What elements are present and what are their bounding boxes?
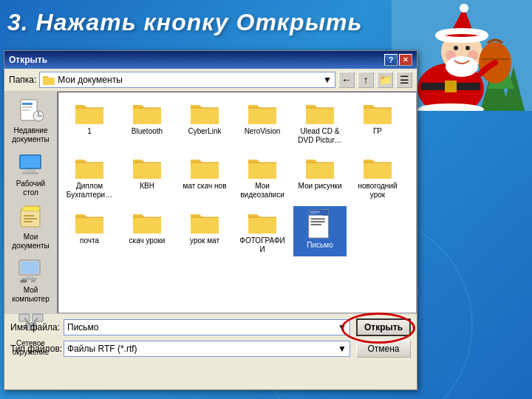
- folder-icon: [362, 99, 393, 126]
- svg-rect-50: [310, 211, 320, 213]
- folder-icon: [362, 154, 393, 180]
- svg-rect-16: [445, 81, 457, 92]
- file-label: NeroVision: [245, 127, 281, 136]
- sidebar-item-desktop[interactable]: Рабочий стол: [7, 149, 55, 200]
- new-folder-button[interactable]: 📁: [377, 72, 393, 88]
- file-label: урок мат: [190, 236, 219, 245]
- folder-label: Папка:: [9, 75, 36, 85]
- folder-icon: [189, 99, 220, 126]
- svg-rect-31: [24, 218, 37, 219]
- desktop-icon: [18, 151, 44, 178]
- file-item[interactable]: урок мат: [178, 206, 231, 256]
- dialog-titlebar: Открыть ? ✕: [4, 51, 417, 69]
- page-title: 3. Нажать кнопку Открыть: [7, 9, 362, 36]
- file-item[interactable]: почта: [63, 206, 116, 256]
- back-button[interactable]: ←: [338, 72, 355, 88]
- titlebar-controls: ? ✕: [384, 54, 412, 66]
- svg-rect-47: [311, 221, 325, 222]
- filename-row: Имя файла: Письмо ▼ Открыть: [10, 318, 411, 336]
- folder-icon: [304, 154, 335, 180]
- svg-rect-34: [21, 262, 38, 273]
- file-item[interactable]: Диплом Бухгалтери…: [63, 151, 116, 202]
- folder-small-icon: [43, 75, 55, 85]
- file-item[interactable]: 1: [63, 97, 116, 147]
- file-label: Мои рисунки: [299, 182, 342, 191]
- sidebar-item-recent[interactable]: Недавние документы: [7, 96, 55, 146]
- svg-rect-27: [25, 169, 35, 172]
- folder-icon: [247, 208, 278, 235]
- file-label: ФОТОГРАФИИ: [238, 236, 287, 254]
- file-label: Мои видеозаписи: [238, 182, 287, 200]
- mycomputer-icon: [18, 258, 44, 284]
- filetype-label: Тип файлов:: [10, 344, 64, 354]
- svg-rect-46: [311, 218, 325, 219]
- svg-rect-30: [24, 215, 34, 216]
- file-item[interactable]: мат скач нов: [178, 151, 231, 202]
- open-dialog: Открыть ? ✕ Папка: Мои документы ▼ ← ↑ 📁…: [4, 50, 417, 390]
- sidebar-item-mydocs-label: Мои документы: [10, 233, 52, 250]
- folder-icon: [189, 208, 220, 235]
- filetype-value: Файлы RTF (*.rtf): [67, 344, 137, 354]
- folder-icon: [74, 99, 105, 126]
- file-item[interactable]: NeroVision: [236, 97, 289, 147]
- sidebar-item-mydocs[interactable]: Мои документы: [7, 202, 55, 253]
- folder-icon: [132, 99, 163, 126]
- close-button[interactable]: ✕: [399, 54, 412, 66]
- file-label: почта: [80, 236, 99, 245]
- svg-rect-35: [25, 275, 34, 278]
- doc-icon: [307, 208, 333, 239]
- dialog-title: Открыть: [9, 55, 47, 65]
- filetype-row: Тип файлов: Файлы RTF (*.rtf) ▼ Отмена: [10, 340, 411, 358]
- file-item[interactable]: скач уроки: [120, 206, 174, 256]
- filetype-input[interactable]: Файлы RTF (*.rtf) ▼: [64, 341, 350, 357]
- file-item[interactable]: новогодний урок: [351, 151, 404, 202]
- file-item[interactable]: Мои рисунки: [293, 151, 347, 202]
- svg-rect-21: [22, 103, 33, 105]
- file-item[interactable]: ФОТОГРАФИИ: [236, 206, 289, 256]
- folder-icon: [247, 154, 278, 180]
- folder-icon: [189, 154, 220, 180]
- file-item[interactable]: CyberLink: [178, 97, 231, 147]
- file-item[interactable]: Мои видеозаписи: [236, 151, 289, 202]
- open-button[interactable]: Открыть: [356, 318, 411, 336]
- file-label: ГР: [373, 127, 382, 136]
- view-button[interactable]: ☰: [396, 72, 412, 88]
- file-item[interactable]: Ulead CD & DVD Pictur…: [293, 97, 347, 147]
- folder-icon: [132, 154, 163, 180]
- mydocs-icon: [18, 205, 44, 231]
- folder-icon: [247, 99, 278, 126]
- file-label: мат скач нов: [183, 182, 227, 191]
- filetype-dropdown-arrow: ▼: [338, 344, 347, 354]
- svg-rect-26: [21, 156, 40, 168]
- help-button[interactable]: ?: [384, 54, 398, 66]
- filename-input[interactable]: Письмо ▼: [64, 319, 350, 335]
- sidebar-item-mycomputer[interactable]: Мой компьютер: [7, 256, 55, 306]
- file-item[interactable]: ГР: [351, 97, 404, 147]
- filename-value: Письмо: [67, 322, 99, 332]
- bottom-bar: Имя файла: Письмо ▼ Открыть Тип файлов: …: [4, 313, 417, 366]
- sidebar-item-recent-label: Недавние документы: [10, 126, 52, 144]
- folder-icon: [304, 99, 335, 126]
- file-label: Письмо: [307, 241, 332, 250]
- svg-rect-51: [310, 214, 318, 214]
- folder-name: Мои документы: [58, 75, 122, 85]
- svg-rect-37: [31, 280, 35, 282]
- file-grid: 1 Bluetooth CyberLink NeroVision Ulead C…: [58, 92, 417, 313]
- file-item[interactable]: КВН: [120, 151, 174, 202]
- folder-icon: [74, 154, 105, 180]
- file-label: Диплом Бухгалтери…: [65, 182, 114, 200]
- filename-label: Имя файла:: [10, 322, 64, 332]
- file-item[interactable]: Bluetooth: [120, 97, 174, 147]
- folder-dropdown[interactable]: Мои документы ▼: [39, 72, 335, 88]
- cancel-button[interactable]: Отмена: [356, 340, 411, 358]
- dropdown-arrow: ▼: [323, 75, 332, 85]
- file-item[interactable]: Письмо: [293, 206, 347, 256]
- up-button[interactable]: ↑: [358, 72, 374, 88]
- file-label: CyberLink: [188, 127, 221, 136]
- toolbar: Папка: Мои документы ▼ ← ↑ 📁 ☰: [4, 69, 417, 92]
- file-label: скач уроки: [129, 236, 166, 245]
- file-label: новогодний урок: [353, 182, 402, 200]
- file-label: Ulead CD & DVD Pictur…: [296, 127, 344, 145]
- svg-point-10: [454, 46, 458, 50]
- recent-icon: [18, 98, 44, 125]
